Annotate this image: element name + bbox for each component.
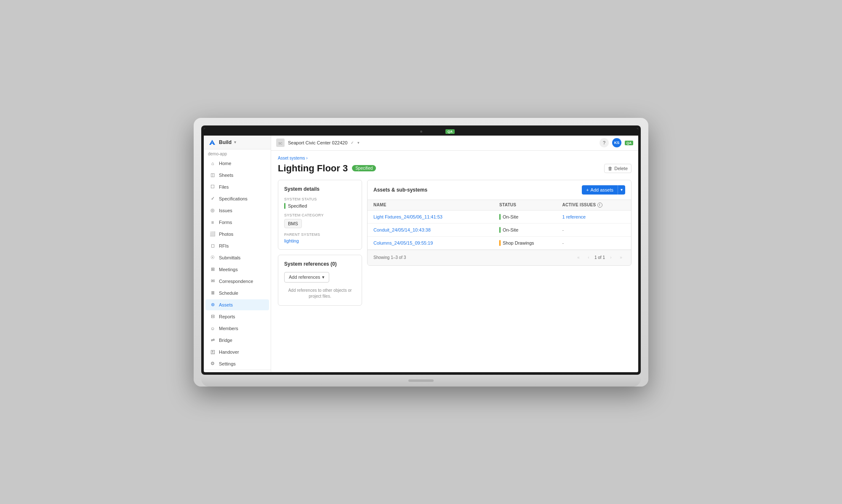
sidebar-item-label: Photos (219, 232, 233, 237)
project-name: Seaport Civic Center 022420 (288, 140, 347, 145)
sidebar-item-label: RFIs (219, 243, 229, 248)
top-bar: QA (204, 128, 638, 136)
photos-icon: ⬜ (210, 231, 216, 237)
reports-icon: ⊟ (210, 314, 216, 320)
sidebar-item-label: Meetings (219, 267, 238, 272)
trash-icon: 🗑 (608, 166, 613, 171)
qa-badge-top: QA (445, 129, 455, 134)
sidebar-item-label: Schedule (219, 291, 238, 296)
asset-name-2[interactable]: Columns_24/05/15_09:55:19 (373, 240, 499, 245)
asset-status-text-0: On-Site (503, 214, 518, 219)
system-details-title: System details (284, 186, 356, 192)
next-page-button[interactable]: › (607, 253, 615, 262)
sidebar-item-members[interactable]: ☺ Members (205, 323, 269, 334)
table-row: Light Fixtures_24/05/06_11:41:53 On-Site… (368, 211, 631, 224)
sidebar-item-rfis[interactable]: ◻ RFIs (205, 240, 269, 251)
svg-text:SC: SC (278, 142, 282, 145)
members-icon: ☺ (210, 325, 216, 331)
add-references-chevron-icon: ▾ (322, 275, 325, 280)
asset-name-0[interactable]: Light Fixtures_24/05/06_11:41:53 (373, 214, 499, 219)
asset-name-1[interactable]: Conduit_24/05/14_10:43:38 (373, 227, 499, 232)
assets-title: Assets & sub-systems (373, 187, 427, 193)
project-dropdown-icon[interactable]: ▾ (357, 141, 360, 145)
table-row: Columns_24/05/15_09:55:19 Shop Drawings … (368, 237, 631, 250)
sidebar-item-assets[interactable]: ⊛ Assets (205, 299, 269, 310)
app-header: SC Seaport Civic Center 022420 ✓ ▾ ? KS … (271, 136, 638, 151)
sidebar-item-settings[interactable]: ⚙ Settings (205, 358, 269, 369)
column-header-name: Name (373, 203, 499, 208)
laptop-screen: QA Build ▾ demo-app (201, 125, 641, 375)
sidebar-bottom: ← (204, 370, 271, 372)
prev-page-button[interactable]: ‹ (584, 253, 593, 262)
sidebar-item-bridge[interactable]: ⇌ Bridge (205, 335, 269, 346)
status-value: Specified (288, 203, 307, 208)
sidebar-item-label: Assets (219, 302, 233, 307)
specifications-icon: ✓ (210, 196, 216, 202)
sidebar-item-sheets[interactable]: ◫ Sheets (205, 170, 269, 181)
sidebar-header: Build ▾ (204, 136, 271, 149)
dash-2: - (562, 240, 564, 245)
sidebar-item-correspondence[interactable]: ✉ Correspondence (205, 276, 269, 287)
system-references-card: System references (0) Add references ▾ A… (278, 255, 362, 306)
asset-issues-2: - (562, 240, 626, 245)
sidebar-item-specifications[interactable]: ✓ Specifications (205, 193, 269, 204)
rfis-icon: ◻ (210, 243, 216, 249)
sidebar-item-home[interactable]: ⌂ Home (205, 158, 269, 169)
status-indicator: Specified (284, 203, 356, 209)
bridge-icon: ⇌ (210, 337, 216, 343)
asset-status-2: Shop Drawings (499, 240, 562, 246)
sidebar-item-label: Members (219, 326, 238, 331)
sidebar-item-schedule[interactable]: ≣ Schedule (205, 288, 269, 299)
main-content: SC Seaport Civic Center 022420 ✓ ▾ ? KS … (271, 136, 638, 372)
table-footer: Showing 1–3 of 3 « ‹ 1 of 1 › » (368, 250, 631, 265)
breadcrumb[interactable]: Asset systems › (278, 156, 632, 160)
column-header-status: Status (499, 203, 562, 208)
category-value: BMS (284, 219, 302, 228)
issues-icon: ◎ (210, 208, 216, 213)
asset-status-1: On-Site (499, 227, 562, 233)
category-label: System category (284, 213, 356, 217)
active-issues-info-icon[interactable]: i (597, 203, 602, 208)
status-bar-shop (499, 240, 501, 246)
sidebar-item-files[interactable]: ☐ Files (205, 181, 269, 192)
add-assets-main-button[interactable]: + Add assets (582, 185, 618, 195)
table-row: Conduit_24/05/14_10:43:38 On-Site - (368, 224, 631, 237)
settings-icon: ⚙ (210, 361, 216, 367)
sidebar-item-label: Specifications (219, 196, 248, 201)
header-icons: ? KS QA (600, 138, 633, 147)
add-references-button[interactable]: Add references ▾ (284, 272, 329, 283)
sidebar-item-label: Settings (219, 361, 236, 366)
last-page-button[interactable]: » (617, 253, 625, 262)
status-badge: Specified (352, 165, 376, 171)
sidebar-item-submittals[interactable]: ☉ Submittals (205, 252, 269, 263)
sidebar-item-label: Bridge (219, 338, 232, 343)
home-icon: ⌂ (210, 160, 216, 166)
page-actions: 🗑 Delete (604, 164, 632, 173)
first-page-button[interactable]: « (574, 253, 583, 262)
sidebar: Build ▾ demo-app ⌂ Home ◫ Sheets (204, 136, 271, 372)
delete-button[interactable]: 🗑 Delete (604, 164, 632, 173)
sidebar-item-meetings[interactable]: ⊞ Meetings (205, 264, 269, 275)
project-verified-icon: ✓ (351, 141, 354, 145)
help-button[interactable]: ? (600, 138, 609, 147)
reference-link-0[interactable]: 1 reference (562, 214, 586, 219)
add-assets-dropdown-button[interactable]: ▾ (618, 185, 625, 195)
page-content: Asset systems › Lighting Floor 3 Specifi… (271, 151, 638, 372)
page-title: Lighting Floor 3 (278, 163, 348, 174)
sidebar-item-issues[interactable]: ◎ Issues (205, 205, 269, 216)
sidebar-item-photos[interactable]: ⬜ Photos (205, 229, 269, 240)
sidebar-item-forms[interactable]: ≡ Forms (205, 217, 269, 228)
user-avatar[interactable]: KS (612, 138, 621, 147)
correspondence-icon: ✉ (210, 278, 216, 284)
showing-text: Showing 1–3 of 3 (373, 255, 406, 260)
parent-link[interactable]: lighting (284, 238, 356, 243)
meetings-icon: ⊞ (210, 267, 216, 272)
column-header-issues: Active issues i (562, 203, 626, 208)
project-logo: SC (276, 139, 285, 147)
page-label: 1 of 1 (594, 255, 605, 260)
app-layout: Build ▾ demo-app ⌂ Home ◫ Sheets (204, 136, 638, 372)
sidebar-item-label: Home (219, 161, 231, 166)
sidebar-item-handover[interactable]: ⚿ Handover (205, 347, 269, 357)
sidebar-item-reports[interactable]: ⊟ Reports (205, 311, 269, 322)
table-header: Name Status Active issues i (368, 200, 631, 211)
